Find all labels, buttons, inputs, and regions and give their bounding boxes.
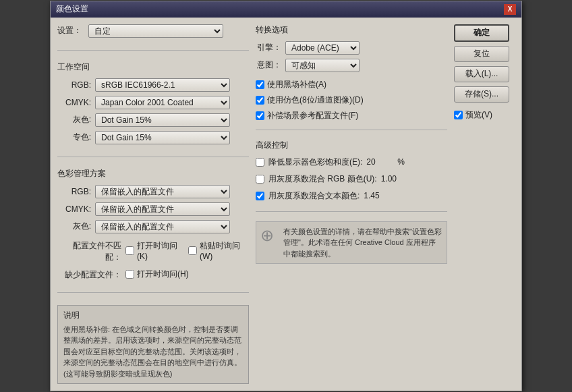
engine-label: 引擎：: [256, 42, 281, 53]
advanced-title: 高级控制: [256, 140, 447, 151]
dialog-body: 设置： 自定 工作空间 RGB: sRGB IEC61966-2.1 CMYK:: [51, 18, 521, 391]
dither-row: 使用仿色(8位/通道图像)(D): [256, 94, 447, 106]
workspace-section: 工作空间 RGB: sRGB IEC61966-2.1 CMYK: Japan …: [57, 59, 249, 148]
missing-label: 缺少配置文件：: [57, 269, 121, 281]
mismatch-paste-row: 粘贴时询问(W): [188, 240, 249, 261]
info-section: ⊕ 有关颜色设置的详情，请在帮助中搜索"设置色彩管理"。此术语在任何 Creat…: [256, 221, 447, 264]
gray-row: 灰色: Dot Gain 15%: [57, 113, 249, 127]
cm-cmyk-label: CMYK:: [57, 204, 91, 214]
black-point-checkbox[interactable]: [256, 80, 264, 89]
missing-row: 缺少配置文件： 打开时询问(H): [57, 269, 249, 281]
compensate-row: 补偿场景参考配置文件(F): [256, 110, 447, 121]
divider-3: [57, 292, 249, 293]
info-text: 有关颜色设置的详情，请在帮助中搜索"设置色彩管理"。此术语在任何 Creativ…: [283, 226, 442, 260]
divider-4: [256, 130, 447, 130]
color-management-title: 色彩管理方案: [57, 168, 249, 179]
divider-5: [256, 211, 447, 212]
intent-label: 意图：: [256, 59, 281, 71]
compensate-label: 补偿场景参考配置文件(F): [267, 110, 358, 121]
advanced-section: 高级控制 降低显示器色彩饱和度(E): 20 % 用灰度系数混合 RGB 颜色(…: [256, 140, 447, 204]
mismatch-open-row: 打开时询问(K): [125, 240, 184, 261]
blend-rgb-value: 1.00: [381, 174, 408, 184]
desaturate-unit: %: [397, 157, 405, 167]
spot-label: 专色:: [57, 132, 91, 143]
dialog-title: 颜色设置: [56, 3, 88, 15]
cm-gray-row: 灰色: 保留嵌入的配置文件: [57, 220, 249, 233]
settings-label: 设置：: [57, 25, 84, 36]
blend-rgb-row: 用灰度系数混合 RGB 颜色(U): 1.00: [256, 173, 447, 185]
intent-select[interactable]: 可感知: [285, 59, 360, 72]
black-point-label: 使用黑场补偿(A): [267, 79, 326, 90]
left-panel: 设置： 自定 工作空间 RGB: sRGB IEC61966-2.1 CMYK:: [57, 24, 249, 385]
blend-text-checkbox[interactable]: [256, 192, 264, 200]
cm-cmyk-row: CMYK: 保留嵌入的配置文件: [57, 202, 249, 216]
intent-row: 意图： 可感知: [256, 59, 447, 72]
missing-open-row: 打开时询问(H): [125, 269, 189, 280]
center-panel: 转换选项 引擎： Adobe (ACE) 意图： 可感知 使用黑场补偿(A): [256, 24, 447, 385]
dither-label: 使用仿色(8位/通道图像)(D): [267, 94, 364, 106]
cm-gray-select[interactable]: 保留嵌入的配置文件: [95, 220, 230, 233]
cm-gray-label: 灰色:: [57, 221, 91, 232]
preview-checkbox[interactable]: [454, 111, 463, 119]
color-management-section: 色彩管理方案 RGB: 保留嵌入的配置文件 CMYK: 保留嵌入的配置文件 灰色…: [57, 165, 249, 284]
buttons-panel: 确定 复位 载入(L)... 存储(S)... 预览(V): [454, 24, 515, 385]
spot-select[interactable]: Dot Gain 15%: [95, 131, 230, 144]
cmyk-select[interactable]: Japan Color 2001 Coated: [95, 96, 230, 109]
description-box: 说明 使用黑场补偿: 在色域之间转换颜色时，控制是否要调整黑场的差异。启用该选项…: [57, 305, 249, 385]
cm-rgb-label: RGB:: [57, 187, 91, 196]
conversion-title: 转换选项: [256, 24, 447, 36]
globe-icon: ⊕: [260, 226, 274, 245]
save-button[interactable]: 存储(S)...: [454, 86, 509, 103]
cm-rgb-row: RGB: 保留嵌入的配置文件: [57, 185, 249, 198]
desaturate-value: 20: [366, 157, 393, 167]
rgb-select[interactable]: sRGB IEC61966-2.1: [95, 78, 230, 92]
rgb-row: RGB: sRGB IEC61966-2.1: [57, 78, 249, 92]
missing-open-label: 打开时询问(H): [137, 269, 189, 280]
engine-select[interactable]: Adobe (ACE): [285, 41, 360, 55]
missing-open-checkbox[interactable]: [125, 270, 134, 279]
mismatch-paste-checkbox[interactable]: [188, 246, 197, 255]
desaturate-row: 降低显示器色彩饱和度(E): 20 %: [256, 157, 447, 168]
cm-cmyk-select[interactable]: 保留嵌入的配置文件: [95, 202, 230, 216]
description-title: 说明: [63, 310, 243, 321]
mismatch-open-checkbox[interactable]: [125, 246, 134, 255]
top-setting-row: 设置： 自定: [57, 24, 249, 38]
dither-checkbox[interactable]: [256, 96, 264, 105]
divider-2: [57, 157, 249, 157]
confirm-button[interactable]: 确定: [454, 24, 509, 42]
spot-row: 专色: Dot Gain 15%: [57, 131, 249, 144]
color-settings-dialog: 颜色设置 X 设置： 自定 工作空间 RGB: sRGB IEC61966-2.…: [50, 1, 522, 392]
mismatch-row: 配置文件不匹配： 打开时询问(K) 粘贴时询问(W): [57, 240, 249, 263]
cmyk-row: CMYK: Japan Color 2001 Coated: [57, 96, 249, 109]
black-point-row: 使用黑场补偿(A): [256, 79, 447, 90]
engine-row: 引擎： Adobe (ACE): [256, 41, 447, 55]
title-bar: 颜色设置 X: [51, 1, 521, 18]
desaturate-label: 降低显示器色彩饱和度(E):: [268, 157, 362, 168]
cm-rgb-select[interactable]: 保留嵌入的配置文件: [95, 185, 230, 198]
divider-1: [57, 50, 249, 51]
preview-row: 预览(V): [454, 109, 515, 121]
mismatch-paste-label: 粘贴时询问(W): [200, 240, 249, 261]
blend-text-value: 1.45: [364, 191, 391, 200]
load-button[interactable]: 载入(L)...: [454, 66, 509, 82]
blend-text-row: 用灰度系数混合文本颜色: 1.45: [256, 190, 447, 202]
conversion-section: 转换选项 引擎： Adobe (ACE) 意图： 可感知 使用黑场补偿(A): [256, 24, 447, 123]
gray-label: 灰色:: [57, 114, 91, 125]
description-text: 使用黑场补偿: 在色域之间转换颜色时，控制是否要调整黑场的差异。启用该选项时，来…: [63, 324, 243, 380]
blend-rgb-label: 用灰度系数混合 RGB 颜色(U):: [268, 173, 377, 185]
blend-rgb-checkbox[interactable]: [256, 175, 264, 184]
mismatch-open-label: 打开时询问(K): [137, 240, 184, 261]
reset-button[interactable]: 复位: [454, 46, 509, 62]
settings-select[interactable]: 自定: [88, 24, 223, 38]
preview-label: 预览(V): [465, 109, 492, 121]
cmyk-label: CMYK:: [57, 98, 91, 107]
workspace-title: 工作空间: [57, 61, 249, 73]
rgb-label: RGB:: [57, 80, 91, 90]
compensate-checkbox[interactable]: [256, 111, 264, 120]
close-button[interactable]: X: [504, 4, 516, 15]
desaturate-checkbox[interactable]: [256, 158, 264, 167]
blend-text-label: 用灰度系数混合文本颜色:: [268, 190, 360, 202]
gray-select[interactable]: Dot Gain 15%: [95, 113, 230, 127]
mismatch-label: 配置文件不匹配：: [57, 240, 121, 263]
